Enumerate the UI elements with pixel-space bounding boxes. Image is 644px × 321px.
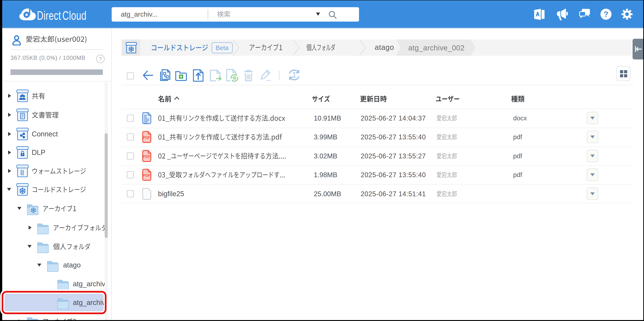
svg-text:?: ? <box>604 10 608 18</box>
svg-text:1: 1 <box>292 70 296 79</box>
svg-text:PDF: PDF <box>143 154 150 158</box>
svg-text:PDF: PDF <box>143 136 150 140</box>
svg-text:PDF: PDF <box>143 173 150 178</box>
